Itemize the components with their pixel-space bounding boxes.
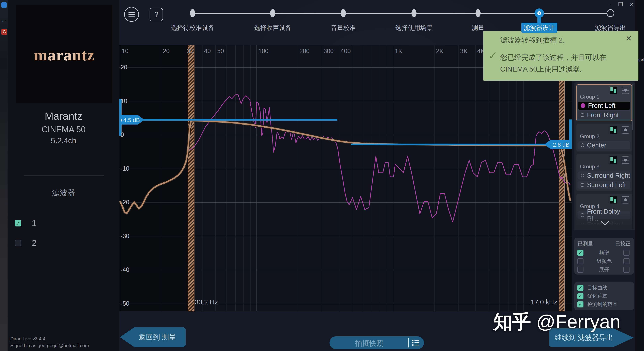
group-card-1[interactable]: Group 1Front LeftFront Right	[576, 84, 632, 121]
channel-row[interactable]: Front Right	[578, 111, 630, 119]
filter-slot-checkbox[interactable]	[15, 240, 21, 246]
close-button[interactable]: ✕	[627, 1, 636, 8]
hamburger-icon	[128, 12, 134, 13]
channel-name: Surround Right	[587, 172, 630, 179]
filter-toggle-icon[interactable]	[622, 126, 629, 134]
detected-range-high-band[interactable]	[559, 45, 564, 311]
desktop-g-icon[interactable]: G	[1, 29, 7, 35]
app-version: Dirac Live v3.4.4	[10, 336, 46, 341]
minimize-button[interactable]: –	[605, 1, 614, 8]
freq-tick-label: 100	[258, 48, 268, 55]
legend-col-measured: 已测量	[578, 240, 593, 247]
channel-row[interactable]: Center	[578, 141, 630, 149]
channel-row[interactable]: Front Left	[578, 102, 630, 110]
menu-button[interactable]	[124, 7, 139, 22]
step-node-done[interactable]	[476, 9, 480, 17]
channel-radio-icon[interactable]	[580, 143, 584, 147]
corrected-checkbox[interactable]	[624, 258, 630, 264]
channel-name: Front Right	[587, 112, 619, 119]
desktop-app-icon[interactable]	[1, 2, 7, 8]
overlay-row-label: 检测到的范围	[587, 301, 631, 308]
legend-col-corrected: 已校正	[615, 240, 630, 247]
step-node-upcoming[interactable]	[606, 9, 614, 17]
desktop-strip-left: ← G	[0, 0, 8, 351]
filter-slot-2[interactable]: 2	[15, 238, 36, 248]
step-node-done[interactable]	[270, 9, 275, 17]
step-label-6[interactable]: 滤波器设计	[502, 24, 576, 32]
legend-row-频谱: ✓频谱	[578, 249, 631, 257]
toast-body-line2: CINEMA 50上使用过滤器。	[500, 65, 587, 74]
step-node-active[interactable]	[534, 9, 544, 18]
toast-close-icon[interactable]: ✕	[626, 34, 632, 43]
group-card-3[interactable]: Group 3Surround RightSurround Left	[576, 154, 632, 191]
group-card-2[interactable]: Group 2Center	[576, 124, 632, 152]
take-snapshot-button[interactable]: 拍摄快照 ↑	[330, 336, 424, 349]
device-channels: 5.2.4ch	[8, 136, 119, 145]
overlay-row-目标曲线: ✓目标曲线	[578, 284, 631, 292]
channel-row[interactable]: Surround Left	[578, 181, 630, 189]
help-button[interactable]: ?	[150, 8, 163, 21]
step-node-done[interactable]	[190, 9, 195, 17]
snapshot-divider	[408, 338, 409, 347]
corrected-checkbox[interactable]	[624, 267, 630, 273]
group-name: Group 2	[578, 133, 630, 140]
legend-measured-corrected: 已测量 已校正 ✓频谱组颜色展开	[574, 238, 634, 274]
step-node-done[interactable]	[341, 9, 346, 17]
freq-tick-label: 2K	[436, 48, 444, 55]
filter-toggle-icon[interactable]	[622, 156, 629, 164]
overlay-row-优化遮罩: ✓优化遮罩	[578, 292, 631, 300]
overlay-checkbox[interactable]: ✓	[578, 285, 584, 291]
channel-radio-icon[interactable]	[580, 183, 584, 187]
expand-groups-chevron-icon[interactable]	[600, 221, 610, 225]
channel-groups-panel: Group 1Front LeftFront RightGroup 2Cente…	[574, 82, 636, 230]
channel-radio-icon[interactable]	[580, 174, 584, 177]
signed-in-text: Signed in as georgegui@hotmail.com	[10, 343, 89, 348]
db-tick-label: -50	[120, 300, 136, 307]
filter-toggle-icon[interactable]	[622, 87, 629, 94]
freq-tick-label: 400	[341, 48, 351, 55]
detected-range-high-label: 17.0 kHz	[523, 298, 557, 306]
freq-tick-label: 20	[163, 48, 170, 55]
device-model: CINEMA 50	[8, 125, 119, 134]
detected-range-low-band[interactable]	[188, 45, 194, 311]
legend-row-label: 展开	[585, 266, 624, 273]
filter-slot-checkbox[interactable]: ✓	[15, 220, 21, 226]
db-tick-label: -40	[120, 266, 136, 273]
legend-row-label: 频谱	[585, 249, 624, 256]
step-label-2[interactable]: 选择收声设备	[236, 24, 310, 32]
legend-row-组颜色: 组颜色	[578, 257, 631, 265]
filter-toggle-icon[interactable]	[622, 196, 629, 203]
step-label-4[interactable]: 选择使用场景	[377, 24, 451, 32]
filter-slot-1[interactable]: ✓1	[15, 218, 36, 228]
legend-row-label: 组颜色	[585, 258, 624, 265]
measured-checkbox[interactable]: ✓	[578, 250, 584, 256]
measured-checkbox[interactable]	[578, 258, 584, 264]
channel-selected-dot[interactable]	[580, 103, 585, 108]
levels-icon[interactable]	[610, 196, 617, 203]
levels-icon[interactable]	[610, 87, 617, 94]
back-arrow-icon[interactable]: ←	[1, 17, 7, 24]
channel-radio-icon[interactable]	[580, 113, 584, 117]
restore-button[interactable]: ❐	[616, 1, 625, 8]
step-label-7[interactable]: 滤波器导出	[573, 24, 644, 32]
channel-row[interactable]: Surround Right	[578, 171, 630, 180]
db-tick-label: 0	[120, 131, 136, 138]
step-label-1[interactable]: 选择待校准设备	[156, 24, 230, 32]
panel-scrollbar-thumb[interactable]	[632, 84, 634, 130]
step-node-done[interactable]	[412, 9, 416, 17]
snapshot-list-icon[interactable]: ↑	[412, 339, 422, 347]
freq-tick-label: 200	[300, 48, 310, 55]
levels-icon[interactable]	[610, 126, 617, 134]
step-label-3[interactable]: 音量校准	[306, 24, 380, 32]
db-tick-label: -20	[120, 199, 136, 206]
toast-body-line1: 您已经完成了该过程，并且可以在	[500, 53, 606, 62]
freq-tick-label: 30	[187, 48, 194, 55]
corrected-checkbox[interactable]	[624, 250, 630, 256]
overlay-checkbox[interactable]: ✓	[578, 293, 584, 299]
measured-checkbox[interactable]	[578, 267, 584, 273]
levels-icon[interactable]	[610, 156, 617, 164]
response-chart: +4.5 dB-2.8 dB	[119, 45, 572, 311]
group-name: Group 3	[578, 164, 630, 170]
overlay-checkbox[interactable]: ✓	[578, 301, 584, 307]
level-flag-left-label: +4.5 dB	[120, 117, 140, 123]
